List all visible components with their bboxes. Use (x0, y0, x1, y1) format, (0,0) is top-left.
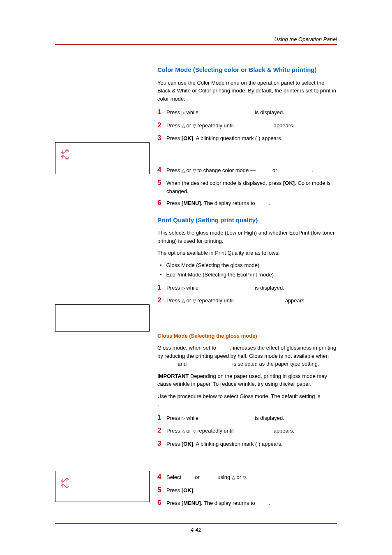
section-gloss-mode-title: Gloss Mode (Selecting the gloss mode) (157, 332, 337, 340)
step-number: 6 (157, 497, 166, 508)
step-2b: 2 Press △ or ▽ repeatedly until appears. (157, 295, 337, 306)
step-2: 2 Press △ or ▽ repeatedly until appears. (157, 120, 337, 131)
bullet-ecoprint: • EcoPrint Mode (Selecting the EcoPrint … (160, 271, 337, 279)
step-1c: 1 Press ▷ while is displayed. (157, 412, 337, 423)
step-3c: 3 Press [OK]. A blinking question mark (… (157, 438, 337, 449)
page-number: 4-42 (0, 526, 392, 534)
section-color-mode-title: Color Mode (Selecting color or Black & W… (157, 65, 337, 75)
step-1: 1 Press ▷ while is displayed. (157, 107, 337, 117)
step-6: 6 Press [MENU]. The display returns to . (157, 198, 337, 208)
header-rule (55, 44, 337, 45)
step-2c: 2 Press △ or ▽ repeatedly until appears. (157, 425, 337, 436)
step-number: 6 (157, 198, 166, 208)
step-number: 3 (157, 438, 166, 449)
step-text: Press [MENU]. The display returns to . (166, 199, 337, 207)
arrows-icon (60, 477, 74, 489)
arrows-icon (60, 148, 74, 161)
step-text: Press [MENU]. The display returns to . (166, 499, 337, 507)
right-triangle-icon: ▷ (182, 285, 185, 292)
up-triangle-icon: △ (182, 428, 185, 435)
step-number: 5 (157, 485, 166, 495)
step-number: 2 (157, 295, 166, 306)
section-color-mode-intro: You can use the Color Mode menu on the o… (157, 79, 337, 103)
step-4c: 4 Select or using △ or ▽. (157, 472, 337, 482)
up-triangle-icon: △ (232, 474, 235, 481)
section-print-quality-title: Print Quality (Setting print quality) (157, 216, 337, 225)
step-text: Press [OK]. A blinking question mark ( )… (166, 134, 337, 143)
right-triangle-icon: ▷ (182, 109, 185, 116)
step-text: When the desired color mode is displayed… (166, 179, 337, 195)
step-text: Press △ or ▽ repeatedly until appears. (166, 427, 337, 435)
step-number: 3 (157, 133, 166, 143)
step-text: Press [OK]. (166, 486, 337, 495)
step-text: Press △ or ▽ to change color mode — or . (166, 166, 337, 175)
down-triangle-icon: ▽ (193, 428, 196, 435)
step-number: 2 (157, 120, 166, 131)
step-number: 1 (157, 412, 166, 423)
step-number: 1 (157, 282, 166, 293)
up-triangle-icon: △ (182, 297, 185, 304)
down-triangle-icon: ▽ (193, 122, 196, 129)
step-number: 4 (157, 472, 166, 482)
gloss-p2: Use the procedure below to select Gloss … (157, 392, 337, 408)
step-5: 5 When the desired color mode is display… (157, 177, 337, 195)
bullet-gloss: • Gloss Mode (Selecting the gloss mode) (160, 261, 337, 269)
down-triangle-icon: ▽ (243, 474, 246, 481)
print-quality-p2: The options available in Print Quality a… (157, 249, 337, 257)
gloss-p1: Gloss mode, when set to , increases the … (157, 344, 337, 368)
step-text: Press ▷ while is displayed. (166, 108, 337, 117)
gloss-important: IMPORTANT Depending on the paper used, p… (157, 372, 337, 388)
step-number: 1 (157, 107, 166, 117)
step-number: 5 (157, 177, 166, 188)
step-6c: 6 Press [MENU]. The display returns to . (157, 497, 337, 508)
step-1b: 1 Press ▷ while is displayed. (157, 282, 337, 293)
step-text: Press △ or ▽ repeatedly until appears. (166, 297, 337, 305)
page-content: Using the Operation Panel Color Mode (Se… (55, 35, 337, 511)
up-triangle-icon: △ (182, 167, 185, 174)
step-text: Press ▷ while is displayed. (166, 284, 337, 292)
header-right: Using the Operation Panel (274, 35, 337, 44)
footer-rule (55, 523, 337, 524)
down-triangle-icon: ▽ (193, 297, 196, 304)
step-text: Press ▷ while is displayed. (166, 414, 337, 422)
step-text: Select or using △ or ▽. (166, 473, 337, 481)
step-number: 2 (157, 425, 166, 436)
step-number: 4 (157, 165, 166, 175)
display-box-1 (55, 142, 150, 174)
step-text: Press △ or ▽ repeatedly until appears. (166, 122, 337, 130)
right-triangle-icon: ▷ (182, 415, 185, 422)
display-box-2 (55, 304, 150, 332)
step-5c: 5 Press [OK]. (157, 485, 337, 495)
step-4: 4 Press △ or ▽ to change color mode — or… (157, 165, 337, 175)
step-text: Press [OK]. A blinking question mark ( )… (166, 440, 337, 448)
print-quality-p1: This selects the gloss mode (Low or High… (157, 229, 337, 245)
down-triangle-icon: ▽ (193, 167, 196, 174)
step-3: 3 Press [OK]. A blinking question mark (… (157, 133, 337, 143)
up-triangle-icon: △ (182, 122, 185, 129)
display-box-3 (55, 471, 150, 502)
